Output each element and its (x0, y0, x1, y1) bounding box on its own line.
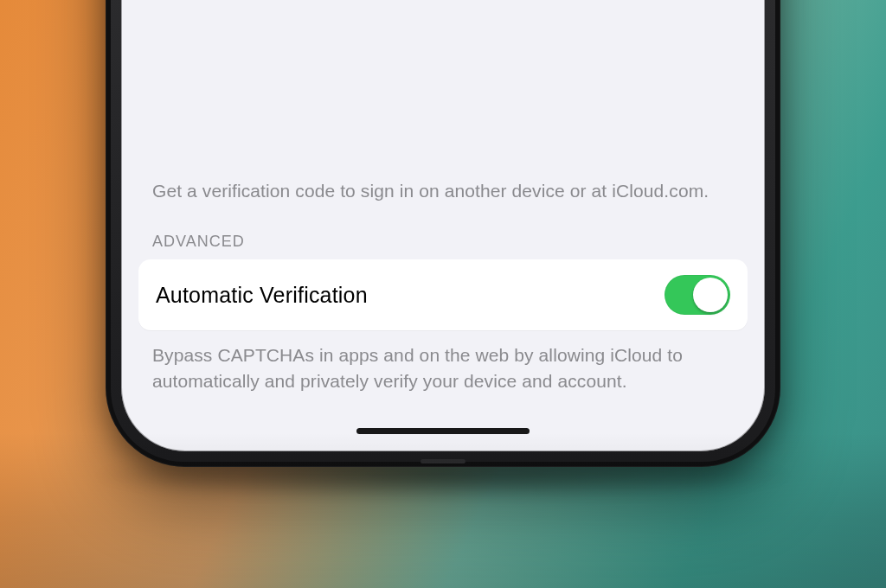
charge-port-icon (421, 459, 465, 463)
iphone-frame: Get a verification code to sign in on an… (106, 0, 780, 467)
automatic-verification-footer: Bypass CAPTCHAs in apps and on the web b… (121, 330, 765, 394)
advanced-section-header: ADVANCED (121, 203, 765, 259)
automatic-verification-toggle[interactable] (664, 275, 730, 315)
advanced-section-cellgroup: Automatic Verification (138, 259, 748, 330)
automatic-verification-label: Automatic Verification (156, 283, 368, 308)
toggle-knob-icon (693, 278, 728, 312)
settings-scrollview[interactable]: Get a verification code to sign in on an… (121, 171, 765, 406)
automatic-verification-row[interactable]: Automatic Verification (138, 259, 748, 330)
verification-code-footer: Get a verification code to sign in on an… (121, 171, 765, 204)
iphone-screen: Get a verification code to sign in on an… (121, 0, 765, 451)
home-indicator[interactable] (356, 428, 530, 434)
gradient-backdrop: Get a verification code to sign in on an… (0, 0, 886, 588)
